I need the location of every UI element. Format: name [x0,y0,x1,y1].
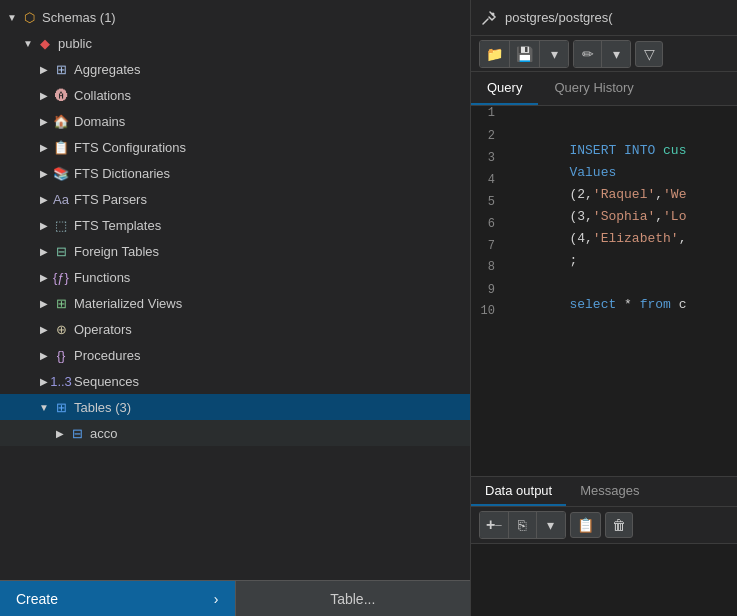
sidebar-item-aggregates[interactable]: ⊞ Aggregates [0,56,470,82]
operators-icon: ⊕ [52,320,70,338]
public-icon: ◆ [36,34,54,52]
paste-button[interactable]: 📋 [570,512,601,538]
sidebar-item-label: Schemas (1) [42,10,116,25]
edit-button[interactable]: ✏ [574,41,602,67]
line-number: 6 [475,217,507,231]
submenu-arrow: › [214,591,219,607]
keyword-select: select [569,297,616,312]
table-acct-icon: ⊟ [68,424,86,442]
line-number: 10 [475,304,507,318]
open-file-button[interactable]: 📁 [480,41,510,67]
editor-tabs: Query Query History [471,72,737,106]
expand-arrow [36,116,52,127]
schema-icon: ⬡ [20,8,38,26]
filter-icon: ▽ [644,46,655,62]
sidebar-item-label: Sequences [74,374,139,389]
sidebar: ⬡ Schemas (1) ◆ public ⊞ Aggregates 🅐 Co… [0,0,470,616]
sidebar-item-label: FTS Parsers [74,192,147,207]
expand-arrow-public [20,38,36,49]
line-number: 9 [475,283,507,297]
line-number: 4 [475,173,507,187]
code-editor[interactable]: 1 2 INSERT INTO cus 3 Values 4 (2,'Raque… [471,106,737,476]
sidebar-item-fts-conf[interactable]: 📋 FTS Configurations [0,134,470,160]
file-save-group: 📁 💾 ▾ [479,40,569,68]
add-row-button[interactable]: + ─ [480,512,509,538]
foreign-icon: ⊟ [52,242,70,260]
tab-query-history[interactable]: Query History [538,72,649,105]
editor-line-4: 4 (2,'Raquel','We [471,172,737,194]
expand-arrow [36,142,52,153]
save-file-button[interactable]: 💾 [510,41,540,67]
expand-arrow [36,324,52,335]
sidebar-item-label: FTS Templates [74,218,161,233]
editor-line-3: 3 Values [471,150,737,172]
tables-icon: ⊞ [52,398,70,416]
sidebar-item-label: Aggregates [74,62,141,77]
save-dropdown-button[interactable]: ▾ [540,41,568,67]
matviews-icon: ⊞ [52,294,70,312]
sidebar-item-procedures[interactable]: {} Procedures [0,342,470,368]
procedures-icon: {} [52,346,70,364]
sidebar-item-foreign[interactable]: ⊟ Foreign Tables [0,238,470,264]
sidebar-item-fts-dict[interactable]: 📚 FTS Dictionaries [0,160,470,186]
sidebar-item-sequences[interactable]: 1..3 Sequences [0,368,470,394]
sidebar-item-matviews[interactable]: ⊞ Materialized Views [0,290,470,316]
tab-data-output[interactable]: Data output [471,477,566,506]
expand-arrow [36,90,52,101]
table-menu-item[interactable]: Table... [235,581,471,616]
add-icon: + [486,516,495,534]
filter-button[interactable]: ▽ [635,41,663,67]
sidebar-item-collations[interactable]: 🅐 Collations [0,82,470,108]
copy-dropdown-button[interactable]: ▾ [537,512,565,538]
line-content: select * from c [507,282,686,327]
context-menu: Create › Table... [0,580,470,616]
svg-point-0 [492,12,495,15]
delete-button[interactable]: 🗑 [605,512,633,538]
sidebar-item-label: Functions [74,270,130,285]
copy-button[interactable]: ⎘ [509,512,537,538]
delete-icon: 🗑 [612,517,626,533]
sidebar-item-label: FTS Dictionaries [74,166,170,181]
sidebar-item-public[interactable]: ◆ public [0,30,470,56]
bottom-panel: Data output Messages + ─ ⎘ ▾ 📋 [471,476,737,616]
tree-area: ⬡ Schemas (1) ◆ public ⊞ Aggregates 🅐 Co… [0,0,470,616]
expand-arrow [36,246,52,257]
line-number: 3 [475,151,507,165]
create-menu-item[interactable]: Create › [0,581,235,616]
sidebar-item-operators[interactable]: ⊕ Operators [0,316,470,342]
fts-parsers-icon: Aa [52,190,70,208]
line-number: 8 [475,260,507,274]
sidebar-item-acct[interactable]: ⊟ acco [0,420,470,446]
sidebar-item-schemas[interactable]: ⬡ Schemas (1) [0,4,470,30]
paste-icon: 📋 [577,517,594,533]
table-label: Table... [330,591,375,607]
line-number: 7 [475,239,507,253]
expand-arrow [36,194,52,205]
expand-arrow [36,168,52,179]
editor-line-1: 1 [471,106,737,128]
code-star: * [616,297,639,312]
tab-messages[interactable]: Messages [566,477,653,506]
right-panel: postgres/postgres( 📁 💾 ▾ ✏ ▾ ▽ [470,0,737,616]
line-content: ; [507,238,577,283]
sidebar-item-functions[interactable]: {ƒ} Functions [0,264,470,290]
sidebar-item-tables[interactable]: ⊞ Tables (3) [0,394,470,420]
expand-arrow [36,350,52,361]
edit-dropdown-button[interactable]: ▾ [602,41,630,67]
sidebar-item-label: Domains [74,114,125,129]
chevron-down-icon: ▾ [613,46,620,62]
sidebar-item-label: public [58,36,92,51]
pen-icon: ✏ [582,46,594,62]
sidebar-item-fts-tmpl[interactable]: ⬚ FTS Templates [0,212,470,238]
tab-query[interactable]: Query [471,72,538,105]
plug-icon [479,8,499,28]
editor-line-6: 6 (4,'Elizabeth', [471,216,737,238]
tab-query-label: Query [487,80,522,95]
sidebar-item-domains[interactable]: 🏠 Domains [0,108,470,134]
sidebar-item-fts-parse[interactable]: Aa FTS Parsers [0,186,470,212]
table-name: cus [663,143,686,158]
collations-icon: 🅐 [52,86,70,104]
expand-arrow-schemas [4,12,20,23]
fts-conf-icon: 📋 [52,138,70,156]
expand-arrow [36,298,52,309]
